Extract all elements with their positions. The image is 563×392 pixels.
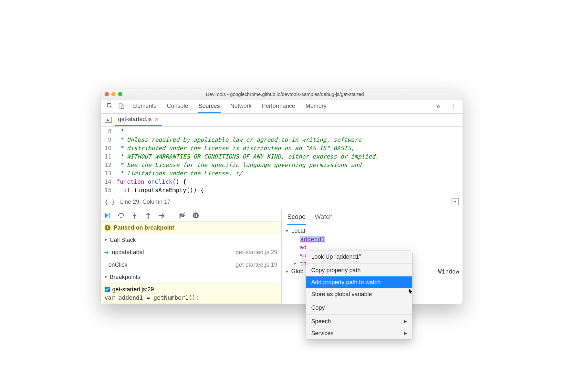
context-menu: Look Up “addend1”Copy property pathAdd p… xyxy=(306,251,412,340)
svg-rect-2 xyxy=(121,105,124,108)
chevron-right-icon: ▶ xyxy=(293,261,298,265)
call-stack-header[interactable]: ▼ Call Stack xyxy=(101,234,281,246)
minimize-icon[interactable] xyxy=(111,92,116,96)
variable-name: addend1 xyxy=(300,236,326,242)
breakpoints-label: Breakpoints xyxy=(109,274,140,281)
context-menu-label: Look Up “addend1” xyxy=(311,253,361,260)
call-stack-label: Call Stack xyxy=(109,237,136,243)
context-menu-label: Copy property path xyxy=(311,267,361,274)
toolbar-separator xyxy=(172,212,172,219)
svg-rect-3 xyxy=(109,212,109,218)
call-stack-frame[interactable]: onClickget-started.js:19 xyxy=(101,259,281,271)
zoom-icon[interactable] xyxy=(118,92,122,96)
submenu-arrow-icon: ▶ xyxy=(404,319,407,324)
tab-console[interactable]: Console xyxy=(166,100,189,113)
svg-point-6 xyxy=(134,217,135,219)
scope-local-header[interactable]: ▼ Local xyxy=(285,227,459,235)
file-tab-label: get-started.js xyxy=(118,116,152,123)
scope-local-label: Local xyxy=(291,228,305,234)
debugger-left-panel: i Paused on breakpoint ▼ Call Stack ➔upd… xyxy=(101,209,282,304)
breakpoint-item[interactable]: get-started.js:29var addend1 = getNumber… xyxy=(101,284,281,304)
devtools-window: DevTools - googlechrome.github.io/devtoo… xyxy=(101,88,463,304)
traffic-lights xyxy=(105,92,122,96)
window-title: DevTools - googlechrome.github.io/devtoo… xyxy=(128,91,443,97)
svg-rect-13 xyxy=(196,214,197,217)
context-menu-label: Speech xyxy=(311,318,331,325)
breakpoints-header[interactable]: ▼ Breakpoints xyxy=(101,271,281,284)
context-menu-item[interactable]: Speech▶ xyxy=(306,315,412,327)
pretty-print-icon[interactable]: { } xyxy=(105,199,115,205)
paused-banner: i Paused on breakpoint xyxy=(101,222,281,234)
context-menu-item[interactable]: Store as global variable xyxy=(306,288,412,300)
deactivate-breakpoints-icon[interactable] xyxy=(179,212,186,219)
main-tabbar: ElementsConsoleSourcesNetworkPerformance… xyxy=(101,100,463,114)
resume-icon[interactable] xyxy=(104,212,111,219)
info-icon: i xyxy=(105,225,110,231)
scope-variable[interactable]: ad xyxy=(293,243,459,251)
step-icon[interactable] xyxy=(158,212,165,219)
tab-network[interactable]: Network xyxy=(230,100,252,113)
variable-name: ad xyxy=(300,244,307,251)
code-content: * * Unless required by applicable law or… xyxy=(114,127,379,195)
tab-elements[interactable]: Elements xyxy=(132,100,157,113)
context-menu-item[interactable]: Services▶ xyxy=(306,327,412,339)
scope-variable[interactable]: addend1 xyxy=(293,235,459,243)
context-menu-label: Services xyxy=(311,330,334,337)
scope-global-value: Window xyxy=(438,268,459,275)
chevron-down-icon: ▼ xyxy=(285,229,289,233)
titlebar: DevTools - googlechrome.github.io/devtoo… xyxy=(101,88,463,100)
variable-name: th xyxy=(300,260,307,267)
tab-memory[interactable]: Memory xyxy=(305,100,327,113)
context-menu-label: Store as global variable xyxy=(311,291,372,298)
settings-kebab-icon[interactable]: ⋮ xyxy=(447,102,459,111)
svg-point-7 xyxy=(147,217,149,219)
coverage-toggle-icon[interactable]: ▾ xyxy=(452,198,459,205)
device-toggle-icon[interactable] xyxy=(116,101,127,113)
close-icon[interactable] xyxy=(105,92,109,96)
subtab-watch[interactable]: Watch xyxy=(314,212,333,225)
banner-text: Paused on breakpoint xyxy=(114,224,174,231)
debug-toolbar xyxy=(101,209,281,222)
code-editor[interactable]: 8910111213141516 * * Unless required by … xyxy=(101,127,463,195)
svg-point-8 xyxy=(158,215,160,216)
variable-name: su xyxy=(300,252,307,259)
context-menu-label: Copy xyxy=(311,304,325,311)
frame-function: onClick xyxy=(109,262,128,268)
frame-location: get-started.js:19 xyxy=(235,262,277,268)
breakpoint-location: get-started.js:29 xyxy=(112,286,154,293)
line-gutter: 8910111213141516 xyxy=(101,127,115,195)
inspect-icon[interactable] xyxy=(104,101,116,113)
pause-exceptions-icon[interactable] xyxy=(192,212,199,219)
tabs-overflow-icon[interactable]: » xyxy=(433,102,443,111)
tab-sources[interactable]: Sources xyxy=(198,100,221,113)
context-menu-item[interactable]: Look Up “addend1” xyxy=(306,251,412,263)
close-tab-icon[interactable]: ✕ xyxy=(154,116,159,122)
file-tab[interactable]: get-started.js ✕ xyxy=(115,113,162,126)
svg-point-4 xyxy=(123,215,124,217)
navigator-toggle-icon[interactable]: ▶ xyxy=(105,117,112,123)
svg-point-11 xyxy=(193,212,198,218)
step-into-icon[interactable] xyxy=(131,212,138,219)
breakpoint-code: var addend1 = getNumber1(); xyxy=(105,294,277,301)
frame-location: get-started.js:29 xyxy=(235,249,277,256)
cursor-position: Line 29, Column 17 xyxy=(120,199,171,205)
chevron-down-icon: ▼ xyxy=(104,275,108,279)
context-menu-item[interactable]: Copy property path xyxy=(306,264,412,276)
step-out-icon[interactable] xyxy=(145,212,152,219)
breakpoint-checkbox[interactable] xyxy=(105,287,110,292)
subtab-scope[interactable]: Scope xyxy=(287,212,307,225)
scope-global-label: Glob xyxy=(291,268,304,275)
chevron-down-icon: ▼ xyxy=(104,238,108,242)
tab-performance[interactable]: Performance xyxy=(261,100,296,113)
scope-watch-tabs: ScopeWatch xyxy=(282,209,463,225)
chevron-right-icon: ▶ xyxy=(285,269,289,273)
svg-rect-12 xyxy=(194,214,195,217)
context-menu-item[interactable]: Copy xyxy=(306,302,412,314)
context-menu-item[interactable]: Add property path to watch xyxy=(306,276,412,288)
svg-point-5 xyxy=(120,217,122,218)
frame-function: updateLabel xyxy=(112,249,144,256)
submenu-arrow-icon: ▶ xyxy=(404,331,407,335)
call-stack-frame[interactable]: ➔updateLabelget-started.js:29 xyxy=(101,246,281,259)
context-menu-label: Add property path to watch xyxy=(311,279,381,286)
step-over-icon[interactable] xyxy=(118,212,125,219)
